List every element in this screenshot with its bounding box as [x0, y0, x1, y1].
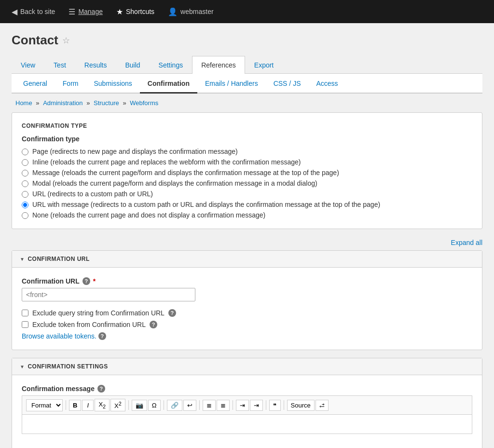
- back-icon: ◀: [12, 7, 17, 16]
- shortcuts-link[interactable]: ★ Shortcuts: [110, 3, 160, 20]
- breadcrumb: Home » Administration » Structure » Webf…: [12, 94, 482, 112]
- tab-general[interactable]: General: [15, 75, 55, 94]
- webmaster-link[interactable]: 👤 webmaster: [162, 3, 219, 20]
- back-to-site-link[interactable]: ◀ Back to site: [6, 3, 61, 20]
- tab-references[interactable]: References: [192, 56, 245, 74]
- confirmation-url-body: Confirmation URL ? * Exclude query strin…: [12, 268, 482, 350]
- confirmation-type-radio-group: Page (redirects to new page and displays…: [22, 148, 472, 219]
- exclude-query-label: Exclude query string from Confirmation U…: [32, 309, 165, 317]
- confirmation-type-label: Confirmation type: [22, 135, 472, 143]
- confirmation-url-help-icon[interactable]: ?: [82, 277, 90, 285]
- radio-message-label: Message (reloads the current page/form a…: [32, 169, 339, 176]
- exclude-token-label: Exclude token from Confirmation URL: [32, 321, 146, 328]
- tab-form[interactable]: Form: [55, 75, 86, 94]
- source-button[interactable]: Source: [287, 400, 315, 411]
- radio-modal[interactable]: [22, 180, 28, 187]
- subscript-button[interactable]: X2: [95, 399, 110, 411]
- confirmation-url-input[interactable]: [22, 288, 195, 301]
- format-select[interactable]: Format: [26, 399, 63, 411]
- breadcrumb-sep-1: »: [36, 99, 41, 107]
- favorite-star-icon[interactable]: ☆: [62, 35, 70, 46]
- editor-toolbar: Format B I X2 X2 📷 Ω 🔗 ↩ ≣ ≣: [22, 395, 472, 415]
- radio-page-item[interactable]: Page (redirects to new page and displays…: [22, 148, 472, 155]
- radio-message[interactable]: [22, 170, 28, 176]
- outdent-button[interactable]: ⇥: [236, 400, 249, 411]
- confirmation-settings-section: ▼ CONFIRMATION SETTINGS Confirmation mes…: [12, 358, 482, 448]
- tab-submissions[interactable]: Submissions: [86, 75, 139, 94]
- exclude-query-checkbox-item[interactable]: Exclude query string from Confirmation U…: [22, 309, 472, 317]
- radio-inline[interactable]: [22, 159, 28, 166]
- radio-inline-label: Inline (reloads the current page and rep…: [32, 158, 301, 166]
- radio-url[interactable]: [22, 191, 28, 198]
- star-nav-icon: ★: [116, 7, 123, 16]
- radio-inline-item[interactable]: Inline (reloads the current page and rep…: [22, 158, 472, 166]
- browse-tokens-link[interactable]: Browse available tokens. ?: [22, 332, 472, 340]
- exclude-token-checkbox[interactable]: [22, 321, 28, 328]
- confirmation-url-header-label: CONFIRMATION URL: [27, 256, 89, 262]
- fullscreen-button[interactable]: ⥄: [316, 400, 329, 411]
- browse-tokens-help-icon[interactable]: ?: [98, 332, 106, 340]
- breadcrumb-sep-3: »: [123, 99, 128, 107]
- confirmation-message-field: Confirmation message ? Format B I X2 X2 …: [22, 385, 472, 434]
- radio-none-label: None (reloads the current page and does …: [32, 211, 265, 219]
- tab-build[interactable]: Build: [116, 56, 149, 74]
- radio-page[interactable]: [22, 149, 28, 155]
- ordered-list-button[interactable]: ≣: [203, 400, 216, 411]
- tab-access[interactable]: Access: [308, 75, 345, 94]
- webmaster-label: webmaster: [180, 8, 213, 15]
- radio-url-message-item[interactable]: URL with message (redirects to a custom …: [22, 201, 472, 208]
- special-char-button[interactable]: Ω: [148, 400, 161, 411]
- tab-view[interactable]: View: [12, 56, 44, 74]
- tab-emails-handlers[interactable]: Emails / Handlers: [197, 75, 266, 94]
- radio-url-message[interactable]: [22, 202, 28, 208]
- confirmation-type-card: CONFIRMATION TYPE Confirmation type Page…: [12, 112, 482, 229]
- exclude-query-checkbox[interactable]: [22, 310, 28, 316]
- toolbar-sep-7: [284, 400, 284, 410]
- italic-button[interactable]: I: [82, 400, 94, 411]
- confirmation-message-help-icon[interactable]: ?: [97, 385, 105, 393]
- confirmation-url-section: ▼ CONFIRMATION URL Confirmation URL ? * …: [12, 250, 482, 350]
- back-to-site-label: Back to site: [20, 8, 55, 15]
- unlink-button[interactable]: ↩: [183, 400, 196, 411]
- radio-url-item[interactable]: URL (redirects to a custom path or URL): [22, 190, 472, 198]
- bold-button[interactable]: B: [69, 400, 81, 411]
- toolbar-sep-2: [128, 400, 129, 410]
- radio-modal-item[interactable]: Modal (reloads the current page/form and…: [22, 179, 472, 187]
- toolbar-sep-3: [164, 400, 164, 410]
- tab-test[interactable]: Test: [44, 56, 75, 74]
- expand-all-link[interactable]: Expand all: [451, 239, 482, 246]
- exclude-token-help-icon[interactable]: ?: [150, 321, 157, 328]
- tab-results[interactable]: Results: [75, 56, 116, 74]
- indent-button[interactable]: ⇥: [250, 400, 263, 411]
- tab-css-js[interactable]: CSS / JS: [266, 75, 309, 94]
- link-button[interactable]: 🔗: [167, 400, 182, 411]
- primary-tabs: View Test Results Build Settings Referen…: [12, 55, 482, 74]
- confirmation-url-header[interactable]: ▼ CONFIRMATION URL: [12, 251, 482, 268]
- breadcrumb-webforms[interactable]: Webforms: [130, 99, 158, 107]
- tab-confirmation[interactable]: Confirmation: [140, 75, 197, 94]
- image-button[interactable]: 📷: [132, 400, 147, 411]
- radio-none-item[interactable]: None (reloads the current page and does …: [22, 211, 472, 219]
- editor-area[interactable]: [22, 415, 472, 434]
- top-navigation: ◀ Back to site ☰ Manage ★ Shortcuts 👤 we…: [0, 0, 494, 23]
- radio-none[interactable]: [22, 212, 28, 219]
- radio-message-item[interactable]: Message (reloads the current page/form a…: [22, 169, 472, 176]
- blockquote-button[interactable]: ❝: [269, 400, 281, 411]
- required-indicator: *: [93, 277, 96, 285]
- confirmation-url-field-label: Confirmation URL ? *: [22, 277, 472, 285]
- superscript-button[interactable]: X2: [110, 399, 125, 411]
- breadcrumb-structure[interactable]: Structure: [94, 99, 119, 107]
- confirmation-settings-header[interactable]: ▼ CONFIRMATION SETTINGS: [12, 358, 482, 375]
- tab-export[interactable]: Export: [245, 56, 283, 74]
- confirmation-settings-header-label: CONFIRMATION SETTINGS: [27, 363, 108, 370]
- tab-settings[interactable]: Settings: [150, 56, 192, 74]
- page-title-row: Contact ☆: [12, 33, 482, 48]
- breadcrumb-home[interactable]: Home: [15, 99, 32, 107]
- shortcuts-label: Shortcuts: [126, 8, 154, 15]
- manage-link[interactable]: ☰ Manage: [63, 3, 109, 20]
- exclude-token-checkbox-item[interactable]: Exclude token from Confirmation URL ?: [22, 321, 472, 328]
- unordered-list-button[interactable]: ≣: [217, 400, 230, 411]
- page-title: Contact: [12, 33, 58, 48]
- exclude-query-help-icon[interactable]: ?: [168, 309, 176, 317]
- breadcrumb-administration[interactable]: Administration: [43, 99, 82, 107]
